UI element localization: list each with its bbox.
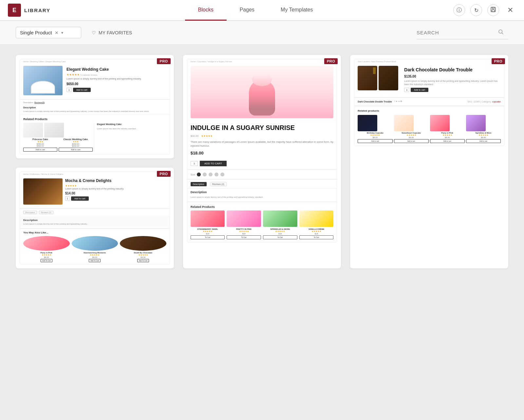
related-image — [466, 115, 486, 131]
related-title: Related Products — [23, 118, 166, 121]
tab-my-templates[interactable]: My Templates — [268, 0, 326, 21]
favorites-label: MY FAVORITES — [99, 30, 132, 35]
list-item: Heartwarming Moments ★★★★★ $9.00 Add To … — [72, 236, 118, 262]
product-title: Dark Chocolate Double Trouble — [404, 67, 499, 73]
tab-pages[interactable]: Pages — [227, 0, 268, 21]
favorites-button[interactable]: ♡ MY FAVORITES — [86, 27, 137, 38]
product-image — [191, 66, 334, 118]
mock-breadcrumb: Home / Wedding Cakes / Elegant Wedding C… — [20, 59, 170, 63]
info-icon: ⓘ — [457, 7, 462, 14]
close-button[interactable]: ✕ — [504, 4, 516, 16]
add-to-cart-btn: Add to cart — [73, 88, 91, 92]
product-title: Elegant Wedding Cake — [66, 67, 165, 72]
product-image-2 — [379, 66, 398, 90]
product-price: $650.00 — [66, 82, 165, 86]
tab-blocks[interactable]: Blocks — [185, 0, 227, 21]
product-info: Elegant Wedding Cake ★★★★★ 5 customer re… — [65, 66, 166, 95]
heart-icon: ♡ — [92, 30, 96, 35]
filter-label: Single Product — [20, 30, 52, 35]
product-hero: Dark Chocolate Double Trouble $135.00 Lo… — [354, 63, 504, 97]
mock-breadcrumb: Home / Cupcakes / Indulge in a Sugary Su… — [187, 59, 337, 63]
save-icon — [490, 7, 496, 14]
product-desc: Lorem ipsum is simply dummy text of the … — [66, 77, 165, 80]
svg-line-4 — [502, 33, 503, 34]
product-price: $18.00 — [191, 151, 334, 155]
nav-tabs: Blocks Pages My Templates — [66, 0, 445, 21]
item-image — [72, 236, 118, 251]
card-inner: Home / Collections / Mocha & Creme Delig… — [16, 168, 174, 268]
header-actions: ⓘ ↻ ✕ — [445, 4, 524, 16]
library-title: LIBRARY — [24, 8, 50, 13]
main-content: PRO Home / Wedding Cakes / Elegant Weddi… — [0, 45, 524, 420]
product-price: $14.00 — [65, 192, 166, 195]
card-inner: Home / Wedding Cakes / Elegant Wedding C… — [16, 55, 174, 158]
mock-page: Home / Cupcakes / Indulge in a Sugary Su… — [187, 59, 337, 242]
related-products: Related Products Princess Cake — [20, 115, 170, 154]
mock-page: Home / Collections / Mocha & Creme Delig… — [20, 172, 170, 264]
add-to-cart-btn: Add to cart — [71, 196, 89, 201]
list-item: Death By Chocolate ★★★★★ $9.00 Add To Ca… — [120, 236, 166, 262]
filter-dropdown[interactable]: Single Product ✕ ▾ — [16, 27, 81, 38]
save-button[interactable] — [487, 4, 499, 16]
product-title: INDULGE IN A SUGARY SUNRISE — [187, 121, 337, 131]
product-desc: Lorem ipsum is simply dummy text of the … — [404, 80, 499, 86]
card-dark-chocolate[interactable]: PRO Your Location / Next Previous Produc… — [350, 55, 508, 268]
product-image — [23, 66, 63, 95]
mock-breadcrumb: Your Location / Next Previous Product Bl… — [354, 59, 504, 63]
related-title: Related products — [358, 109, 501, 112]
add-to-cart-btn: Add to cart — [411, 88, 428, 92]
related-products: Related products Birthday Cupcake ★★★★★ … — [354, 106, 504, 146]
refresh-button[interactable]: ↻ — [470, 4, 482, 16]
product-info: Mocha & Creme Delights ★★★★★ Lorem ipsum… — [65, 178, 166, 205]
mock-page: Your Location / Next Previous Product Bl… — [354, 59, 504, 146]
you-may-grid: Party in Pink ★★★★★ $8.00 Add To Cart He… — [23, 236, 166, 262]
product-desc: Lorem ipsum is simply dummy text of the … — [65, 187, 166, 190]
you-may-section: You May Also Like... Party in Pink ★★★★★… — [20, 229, 170, 264]
related-image — [394, 115, 414, 131]
item-image — [120, 236, 166, 251]
card-sugary-sunrise[interactable]: PRO Home / Cupcakes / Indulge in a Sugar… — [183, 55, 341, 268]
related-image — [430, 115, 450, 131]
product-info: Dark Chocolate Double Trouble $135.00 Lo… — [403, 66, 501, 93]
toolbar: Single Product ✕ ▾ ♡ MY FAVORITES — [0, 21, 524, 45]
product-images — [358, 66, 400, 93]
list-item: Party in Pink ★★★★★ $8.00 Add To Cart — [23, 236, 70, 262]
pro-badge: PRO — [157, 171, 170, 177]
pro-badge: PRO — [324, 58, 338, 64]
close-icon: ✕ — [507, 6, 513, 14]
search-input[interactable] — [417, 30, 495, 35]
svg-point-3 — [499, 30, 502, 33]
logo-area: E LIBRARY — [0, 4, 66, 17]
info-button[interactable]: ⓘ — [453, 4, 465, 16]
product-hero: Mocha & Creme Delights ★★★★★ Lorem ipsum… — [20, 175, 170, 208]
product-price: $135.00 — [404, 75, 499, 78]
you-may-label: You May Also Like... — [23, 231, 166, 234]
item-image — [23, 236, 70, 251]
svg-rect-2 — [492, 10, 495, 12]
reviews-tab: Reviews (2) — [210, 182, 227, 186]
search-icon — [498, 29, 504, 36]
mock-hero: Elegant Wedding Cake ★★★★★ 5 customer re… — [20, 63, 170, 99]
related-products-row: Birthday Cupcake ★★★★★ $8.00 Add to cart… — [358, 115, 501, 143]
mock-breadcrumb: Home / Collections / Mocha & Creme Delig… — [20, 172, 170, 175]
card-inner: Your Location / Next Previous Product Bl… — [350, 55, 508, 150]
elementor-logo: E — [8, 4, 21, 17]
clear-filter-icon[interactable]: ✕ — [55, 30, 59, 35]
description-tab: Description — [191, 182, 207, 186]
related-image — [358, 115, 377, 131]
pro-badge: PRO — [157, 58, 170, 64]
card-wedding-cake[interactable]: PRO Home / Wedding Cakes / Elegant Weddi… — [16, 55, 174, 158]
svg-rect-1 — [492, 7, 494, 9]
card-inner: Home / Cupcakes / Indulge in a Sugary Su… — [183, 55, 341, 246]
product-hero — [187, 63, 337, 121]
header: E LIBRARY Blocks Pages My Templates ⓘ ↻ — [0, 0, 524, 21]
card-mocha-creme[interactable]: PRO Home / Collections / Mocha & Creme D… — [16, 168, 174, 268]
pro-badge: PRO — [492, 58, 505, 64]
mock-page: Home / Wedding Cakes / Elegant Wedding C… — [20, 59, 170, 155]
product-image-1 — [358, 66, 377, 90]
refresh-icon: ↻ — [474, 7, 478, 13]
product-image — [23, 178, 63, 205]
product-title: Mocha & Creme Delights — [65, 178, 166, 183]
product-tabs: Description Reviews (2) — [187, 180, 337, 189]
chevron-down-icon: ▾ — [61, 30, 63, 35]
